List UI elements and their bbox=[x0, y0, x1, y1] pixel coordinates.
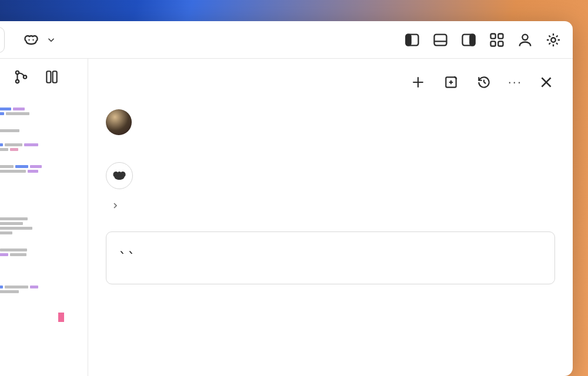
svg-point-0 bbox=[28, 39, 29, 40]
svg-rect-3 bbox=[406, 34, 411, 45]
svg-point-16 bbox=[24, 75, 26, 78]
plus-icon[interactable] bbox=[409, 73, 427, 91]
svg-rect-8 bbox=[491, 33, 496, 38]
svg-line-25 bbox=[484, 82, 486, 83]
panel-right-icon[interactable] bbox=[460, 31, 477, 49]
svg-point-14 bbox=[16, 71, 19, 74]
titlebar-search-pill[interactable] bbox=[0, 27, 5, 53]
panel-left-icon[interactable] bbox=[403, 31, 421, 49]
panel-bottom-icon[interactable] bbox=[432, 31, 449, 49]
source-control-icon[interactable] bbox=[12, 68, 30, 86]
chevron-right-icon bbox=[111, 201, 120, 210]
chevron-down-icon[interactable] bbox=[46, 31, 56, 49]
grid-icon[interactable] bbox=[488, 31, 506, 49]
svg-rect-11 bbox=[498, 41, 503, 46]
user-message bbox=[106, 109, 555, 135]
gear-icon[interactable] bbox=[544, 31, 562, 49]
svg-rect-9 bbox=[498, 33, 503, 38]
split-editor-icon[interactable] bbox=[43, 68, 61, 86]
svg-rect-4 bbox=[435, 34, 447, 45]
more-icon[interactable]: ··· bbox=[508, 75, 522, 90]
svg-rect-18 bbox=[53, 71, 57, 83]
svg-rect-17 bbox=[46, 71, 51, 83]
svg-point-15 bbox=[16, 80, 19, 83]
svg-point-29 bbox=[121, 175, 122, 177]
svg-point-28 bbox=[116, 175, 118, 177]
editor-window: ··· bbox=[0, 21, 573, 376]
svg-rect-10 bbox=[491, 41, 496, 46]
left-gutter bbox=[0, 59, 88, 376]
copilot-avatar bbox=[106, 162, 133, 189]
chat-panel: ··· bbox=[88, 59, 573, 376]
minimap-cursor bbox=[58, 313, 64, 322]
close-icon[interactable] bbox=[537, 73, 555, 91]
references-toggle[interactable] bbox=[106, 201, 555, 210]
user-avatar bbox=[106, 109, 132, 135]
svg-rect-7 bbox=[470, 34, 475, 45]
svg-point-12 bbox=[522, 34, 527, 39]
svg-point-1 bbox=[32, 39, 34, 40]
new-chat-icon[interactable] bbox=[442, 73, 460, 91]
code-text: `` bbox=[118, 249, 136, 266]
copilot-icon[interactable] bbox=[22, 31, 40, 49]
history-icon[interactable] bbox=[475, 73, 493, 91]
titlebar bbox=[0, 21, 573, 59]
person-icon[interactable] bbox=[516, 31, 534, 49]
svg-point-13 bbox=[551, 38, 555, 42]
assistant-code-block: `` bbox=[106, 231, 555, 284]
editor-minimap[interactable] bbox=[0, 95, 88, 376]
assistant-message: `` bbox=[106, 162, 555, 284]
